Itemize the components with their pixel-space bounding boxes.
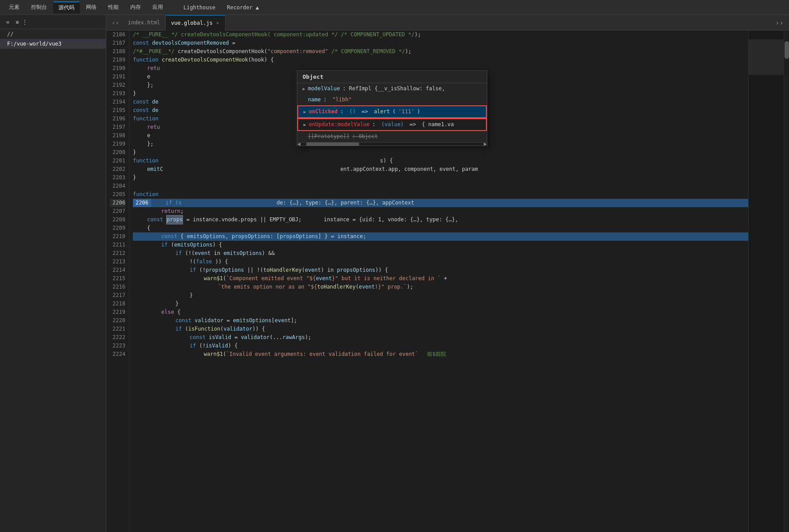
code-line-2220: const validator = emitsOptions[event];: [133, 316, 748, 325]
tooltip-key-4: onUpdate:modelValue: [309, 120, 369, 129]
code-line-2204: [133, 182, 748, 190]
sidebar-icon-menu: ≡: [16, 19, 19, 25]
tooltip-key-3: onClicked: [309, 108, 338, 116]
code-line-2222: const isValid = validator(...rawArgs);: [133, 333, 748, 342]
tooltip-arrow-5: [303, 132, 305, 141]
code-line-2189: function createDevtoolsComponentHook(hoo…: [133, 56, 748, 64]
tooltip-title: Object: [297, 71, 487, 83]
tooltip-arrow-1: ▶: [303, 85, 305, 93]
sidebar-path1-label: //: [7, 31, 13, 37]
tooltip-key-5: [[Prototype]]: [308, 132, 350, 141]
tooltip-scroll-right[interactable]: ▶: [484, 141, 487, 147]
sidebar-collapse-btn[interactable]: «: [4, 18, 12, 26]
code-line-2214: if (!propsOptions || !(toHandlerKey(even…: [133, 266, 748, 274]
tab-performance[interactable]: 性能: [103, 2, 124, 13]
code-line-2203: }: [133, 173, 748, 182]
code-line-2201: function s) {: [133, 157, 748, 165]
tooltip-arrow-3: ▶: [303, 108, 306, 116]
code-line-2202: emitC ent.appContext.app, component, eve…: [133, 165, 748, 173]
file-tab-index[interactable]: index.html: [123, 15, 166, 31]
editor-collapse-btn[interactable]: ››: [772, 17, 787, 29]
tooltip-popup: Object ▶ modelValue: RefImpl {__v_isShal…: [297, 70, 487, 146]
tab-memory[interactable]: 内存: [125, 2, 146, 13]
file-tab-index-label: index.html: [128, 19, 160, 26]
sidebar-top: « ≡ ⋮: [0, 15, 106, 29]
tooltip-scrollbar-thumb[interactable]: [306, 143, 359, 146]
sidebar-icon-more: ⋮: [22, 19, 27, 25]
file-tab-vue-close[interactable]: ✕: [215, 20, 220, 26]
tab-lighthouse[interactable]: Lighthouse: [178, 3, 221, 12]
code-line-2207: return;: [133, 207, 748, 216]
main-layout: « ≡ ⋮ // F:/vue-world/vue3 ‹‹ index.html…: [0, 15, 789, 532]
tab-elements[interactable]: 元素: [4, 2, 25, 13]
code-line-2216: `the emits option nor as an "${toHandler…: [133, 283, 748, 291]
code-line-2223: if (!isValid) {: [133, 342, 748, 350]
right-scrollbar[interactable]: [784, 31, 789, 532]
tooltip-item-2: name: "libh": [297, 94, 487, 105]
minimap: [748, 31, 784, 532]
tooltip-scroll-left[interactable]: ◀: [297, 141, 300, 147]
code-line-2217: }: [133, 291, 748, 300]
tooltip-item-4[interactable]: ▶ onUpdate:modelValue: (value) => { name…: [297, 118, 487, 131]
nav-collapse-btn[interactable]: ‹‹: [108, 17, 123, 28]
top-toolbar: 元素 控制台 源代码 网络 性能 内存 应用 Lighthouse Record…: [0, 0, 789, 15]
code-line-2213: !(false )) {: [133, 258, 748, 266]
code-line-2187: const devtoolsComponentRemoved =: [133, 39, 748, 47]
file-tab-vue[interactable]: vue.global.js ✕: [166, 15, 225, 31]
sidebar-item-path1: //: [0, 29, 106, 39]
tooltip-item-1[interactable]: ▶ modelValue: RefImpl {__v_isShallow: fa…: [297, 83, 487, 94]
tab-network[interactable]: 网络: [81, 2, 102, 13]
tooltip-item-5: [[Prototype]]: Object: [297, 131, 487, 142]
code-line-2218: }: [133, 300, 748, 308]
editor-area: ‹‹ index.html vue.global.js ✕ ›› 2186 21…: [106, 15, 789, 532]
tooltip-scrollbar[interactable]: ◀ ▶: [297, 142, 487, 146]
scrollbar-thumb[interactable]: [785, 41, 789, 59]
code-line-2221: if (isFunction(validator)) {: [133, 325, 748, 333]
code-line-2186: /* __PURE__ */ createDevtoolsComponentHo…: [133, 31, 748, 39]
tab-application[interactable]: 应用: [147, 2, 168, 13]
file-tab-vue-label: vue.global.js: [171, 20, 213, 26]
code-line-2209: {: [133, 224, 748, 232]
code-line-2200: }: [133, 148, 748, 157]
tooltip-key-1: modelValue: [308, 85, 340, 93]
sidebar-path2-label: F:/vue-world/vue3: [7, 41, 62, 47]
minimap-thumb: [749, 39, 784, 75]
code-line-2210: const { emitsOptions, propsOptions: [pro…: [133, 232, 748, 241]
code-line-2206: 2206 if (s de: {…}, type: {…}, parent: {…: [133, 199, 748, 207]
code-editor[interactable]: 2186 2187 2188 2189 2190 2191 2192 2193 …: [106, 31, 789, 532]
tooltip-key-2: name: [308, 96, 321, 104]
code-line-2208: const props = instance.vnode.props || EM…: [133, 216, 748, 224]
tooltip-arrow-4: ▶: [303, 120, 306, 129]
code-line-2188: /*#__PURE__*/ createDevtoolsComponentHoo…: [133, 47, 748, 56]
code-line-2219: else {: [133, 308, 748, 316]
tab-recorder[interactable]: Recorder ▲: [222, 3, 264, 12]
sidebar-item-path2[interactable]: F:/vue-world/vue3: [0, 39, 106, 49]
tooltip-arrow-2: [303, 96, 305, 104]
code-line-2215: warn$1(`Component emitted event "${event…: [133, 274, 748, 283]
code-line-2211: if (emitsOptions) {: [133, 241, 748, 249]
file-tabs: ‹‹ index.html vue.global.js ✕ ››: [106, 15, 789, 31]
line-numbers: 2186 2187 2188 2189 2190 2191 2192 2193 …: [106, 31, 129, 532]
tooltip-item-3[interactable]: ▶ onClicked: () => alert('111'): [297, 105, 487, 118]
code-line-2212: if (!(event in emitsOptions) &&: [133, 249, 748, 258]
sidebar: « ≡ ⋮ // F:/vue-world/vue3: [0, 15, 106, 532]
tab-sources[interactable]: 源代码: [53, 1, 80, 13]
code-line-2224: warn$1(`Invalid event arguments: event v…: [133, 350, 748, 359]
tab-console[interactable]: 控制台: [26, 2, 52, 13]
code-line-2205: function: [133, 190, 748, 199]
